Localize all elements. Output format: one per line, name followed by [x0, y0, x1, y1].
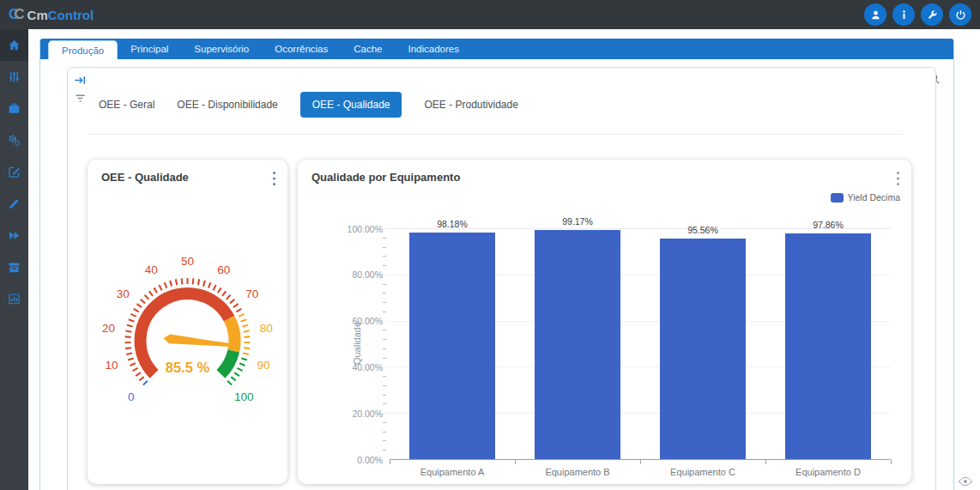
svg-text:70: 70	[245, 287, 258, 300]
svg-text:50: 50	[181, 255, 194, 268]
y-axis-minor-tick	[383, 348, 386, 349]
y-axis-minor-tick	[383, 422, 386, 423]
gauge-chart: 010203040506070809010085.5 %	[88, 244, 287, 424]
eye-icon[interactable]	[959, 475, 972, 485]
y-axis-minor-tick	[383, 284, 386, 285]
sidebar-item-fast-forward[interactable]	[0, 220, 28, 251]
tab-principal[interactable]: Principal	[118, 39, 181, 59]
svg-text:20: 20	[102, 322, 115, 335]
tab-indicadores[interactable]: Indicadores	[396, 39, 472, 59]
svg-text:30: 30	[117, 287, 130, 300]
y-axis-minor-tick	[383, 450, 386, 451]
content-panel: ProduçãoPrincipalSupervisórioOcorrências…	[39, 39, 954, 490]
svg-text:60: 60	[217, 263, 230, 276]
x-axis-label: Equipamento A	[390, 467, 515, 477]
sidebar-item-reports[interactable]	[0, 283, 28, 315]
gauge-card-title: OEE - Qualidade	[101, 171, 189, 184]
y-axis-minor-tick	[383, 330, 386, 330]
x-axis-label: Equipamento B	[515, 467, 640, 477]
sidebar-item-edit[interactable]	[0, 156, 28, 188]
chart-bar-equipamento-c	[660, 239, 746, 459]
svg-text:90: 90	[257, 359, 269, 372]
filter-icon[interactable]	[74, 92, 87, 105]
tab-produ-o[interactable]: Produção	[48, 40, 118, 59]
y-axis-tick-label: 60.00%	[304, 316, 383, 326]
bar-value-label: 95.56%	[660, 225, 746, 235]
x-axis-tick	[390, 460, 390, 464]
y-axis-title: Qualidade	[352, 322, 362, 365]
brand-suffix: Control	[48, 8, 94, 22]
y-axis-minor-tick	[383, 403, 386, 404]
user-icon	[870, 9, 881, 21]
y-axis-tick-label: 80.00%	[304, 269, 383, 280]
y-axis-minor-tick	[383, 339, 386, 340]
sidebar-item-write[interactable]	[0, 188, 28, 220]
dashboard-panel: OEE - GeralOEE - DisponibilidadeOEE - Qu…	[67, 67, 936, 490]
svg-text:40: 40	[145, 263, 158, 276]
y-axis-tick-label: 0.00%	[304, 455, 383, 465]
subtab-oee-qualidade[interactable]: OEE - Qualidade	[300, 92, 402, 118]
chart-bar-equipamento-b	[535, 230, 620, 459]
sidebar-item-projects[interactable]	[0, 93, 28, 124]
y-axis-minor-tick	[383, 376, 386, 377]
x-axis-label: Equipamento C	[640, 467, 765, 477]
bar-value-label: 98.18%	[409, 219, 495, 229]
forward-icon	[8, 229, 21, 242]
svg-text:80: 80	[260, 322, 273, 335]
svg-text:85.5 %: 85.5 %	[166, 360, 210, 375]
sidebar-item-archive[interactable]	[0, 251, 28, 283]
top-navbar: CC CmControl	[0, 0, 980, 29]
navbar-actions	[864, 3, 971, 26]
power-button[interactable]	[949, 3, 971, 26]
sidebar-item-controls[interactable]	[0, 61, 28, 93]
y-axis-tick-label: 100.00%	[304, 224, 383, 234]
settings-button[interactable]	[921, 3, 943, 26]
edit-icon	[8, 166, 21, 178]
bar-value-label: 99.17%	[535, 216, 620, 227]
left-sidebar	[0, 29, 28, 490]
chart-bar-equipamento-a	[409, 233, 495, 459]
chartbox-icon	[8, 293, 21, 305]
user-button[interactable]	[864, 3, 886, 26]
brand-logo[interactable]: CC CmControl	[9, 6, 94, 23]
y-axis-minor-tick	[383, 302, 386, 303]
y-axis-minor-tick	[383, 358, 386, 359]
y-axis-minor-tick	[383, 247, 386, 248]
bar-chart: 100.00%80.00%60.00%40.00%20.00%0.00%98.1…	[298, 160, 911, 484]
gauge-card: OEE - Qualidade 010203040506070809010085…	[88, 160, 287, 484]
divider	[88, 134, 903, 135]
sidebar-item-home[interactable]	[0, 29, 28, 61]
info-icon	[898, 9, 910, 21]
x-axis-tick	[765, 460, 766, 464]
briefcase-icon	[8, 102, 21, 115]
kebab-menu-icon[interactable]	[272, 171, 277, 186]
y-axis-minor-tick	[383, 440, 386, 441]
pencil-icon	[8, 197, 21, 210]
power-icon	[955, 9, 966, 21]
bar-chart-card: Qualidade por Equipamento Yield Decima 1…	[298, 160, 911, 484]
brand-prefix: Cm	[27, 8, 48, 22]
svg-text:100: 100	[234, 390, 254, 403]
x-axis-tick	[640, 460, 641, 464]
tab-supervis-rio[interactable]: Supervisório	[181, 39, 262, 59]
tab-cache[interactable]: Cache	[341, 39, 395, 59]
subtab-oee-geral[interactable]: OEE - Geral	[99, 99, 154, 111]
brand-mark-icon: CC	[9, 6, 25, 23]
gears-icon	[8, 134, 21, 147]
oee-sub-tabs: OEE - GeralOEE - DisponibilidadeOEE - Qu…	[99, 90, 518, 119]
sidebar-item-services[interactable]	[0, 124, 28, 156]
y-axis-minor-tick	[383, 385, 386, 386]
y-axis-tick-label: 40.00%	[304, 362, 383, 372]
main-tab-bar: ProduçãoPrincipalSupervisórioOcorrências…	[40, 39, 953, 59]
tab-ocorr-ncias[interactable]: Ocorrências	[262, 39, 341, 59]
subtab-oee-disponibilidade[interactable]: OEE - Disponibilidade	[177, 99, 277, 111]
y-axis-minor-tick	[383, 265, 386, 266]
subtab-oee-produtividade[interactable]: OEE - Produtividade	[424, 99, 517, 111]
app-root: CC CmControl ProduçãoPrincipalSupervisór…	[0, 0, 980, 490]
home-icon	[8, 39, 21, 51]
wrench-icon	[927, 9, 938, 21]
y-axis-tick-label: 20.00%	[304, 408, 383, 419]
chart-bar-equipamento-d	[785, 233, 871, 459]
info-button[interactable]	[892, 3, 915, 26]
collapse-arrow-icon[interactable]	[74, 74, 87, 87]
